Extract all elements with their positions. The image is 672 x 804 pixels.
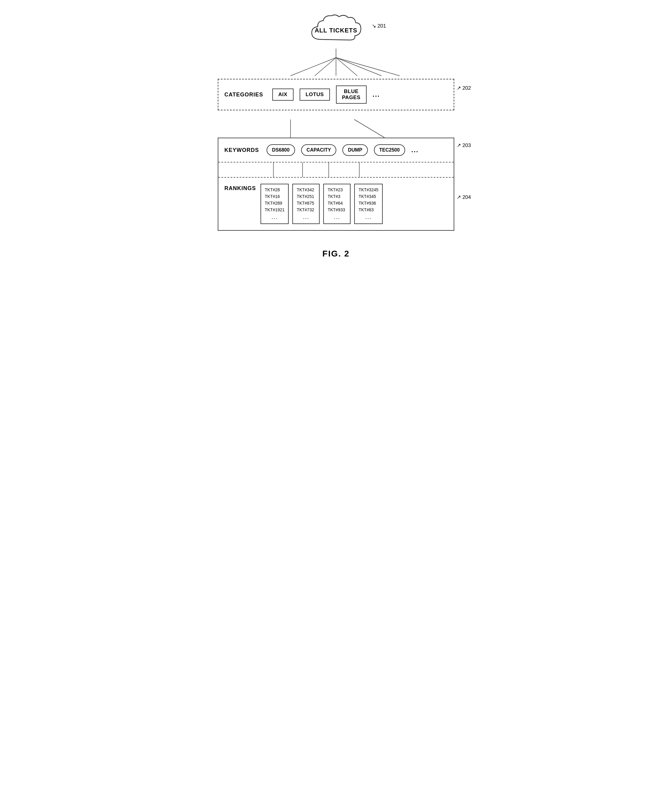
ranking-item: TKT#251 [297,194,316,199]
categories-section: CATEGORIES AIX LOTUS BLUEPAGES ... [218,79,454,110]
categories-ellipsis: ... [373,91,380,98]
cat-to-kw-lines [218,119,454,138]
svg-line-5 [336,57,400,76]
ranking-column-2: TKT#23 TKT#3 TKT#64 TKT#933 ... [323,184,351,224]
kw-to-rankings-lines [218,162,454,178]
ranking-column-3: TKT#3245 TKT#345 TKT#936 TKT#83 ... [354,184,383,224]
category-lotus: LOTUS [299,88,330,101]
ranking-item: TKT#732 [297,208,316,212]
ranking-ellipsis: ... [297,214,316,221]
svg-line-2 [315,57,336,76]
categories-label: CATEGORIES [224,92,263,98]
ranking-item: TKT#342 [297,187,316,192]
ref-203: ↗ 203 [457,142,471,149]
diagram-container: ALL TICKETS ↘ 201 CATEGORIES AIX LOTUS B… [218,12,454,258]
keywords-ellipsis: ... [411,146,419,154]
ranking-item: TKT#3 [327,194,346,199]
cloud-label: ALL TICKETS [315,27,358,34]
ranking-item: TKT#345 [358,194,378,199]
ranking-item: TKT#16 [265,194,284,199]
svg-line-1 [291,57,336,76]
keywords-row: KEYWORDS DS6800 CAPACITY DUMP TEC2500 ..… [218,138,454,162]
ref-201: ↘ 201 [372,23,386,29]
svg-line-4 [336,57,381,76]
category-aix: AIX [272,88,294,101]
category-blue-pages: BLUEPAGES [336,85,366,104]
keyword-capacity: CAPACITY [301,144,337,156]
ranking-item: TKT#3245 [358,187,378,192]
ranking-item: TKT#64 [327,201,346,206]
ranking-ellipsis: ... [358,214,378,221]
svg-line-3 [336,57,357,76]
ranking-item: TKT#23 [327,187,346,192]
keyword-tec2500: TEC2500 [374,144,405,156]
ranking-item: TKT#289 [265,201,284,206]
ranking-item: TKT#83 [358,208,378,212]
fig-label: FIG. 2 [322,249,350,258]
ranking-item: TKT#1921 [265,208,284,212]
ranking-item: TKT#875 [297,201,316,206]
ranking-item: TKT#933 [327,208,346,212]
categories-row: CATEGORIES AIX LOTUS BLUEPAGES ... [224,85,448,104]
ranking-item: TKT#936 [358,201,378,206]
cloud-section: ALL TICKETS ↘ 201 [218,12,454,76]
ranking-item: TKT#28 [265,187,284,192]
cloud-to-categories-lines [218,49,454,76]
keyword-ds6800: DS6800 [267,144,295,156]
cloud-shape: ALL TICKETS [302,12,370,49]
ranking-column-1: TKT#342 TKT#251 TKT#875 TKT#732 ... [292,184,320,224]
categories-wrapper: CATEGORIES AIX LOTUS BLUEPAGES ... ↗ 202 [218,79,454,119]
rankings-row: RANKINGS TKT#28 TKT#16 TKT#289 TKT#1921 … [218,178,454,230]
keyword-dump: DUMP [342,144,368,156]
ref-204: ↗ 204 [457,194,471,200]
ref-202: ↗ 202 [457,85,471,91]
rankings-label: RANKINGS [224,185,256,191]
keywords-rankings-section: KEYWORDS DS6800 CAPACITY DUMP TEC2500 ..… [218,138,454,231]
keywords-label: KEYWORDS [224,147,259,154]
svg-line-7 [354,119,384,138]
kw-rankings-wrapper: KEYWORDS DS6800 CAPACITY DUMP TEC2500 ..… [218,138,454,231]
ranking-ellipsis: ... [265,214,284,221]
ranking-ellipsis: ... [327,214,346,221]
ranking-column-0: TKT#28 TKT#16 TKT#289 TKT#1921 ... [260,184,289,224]
